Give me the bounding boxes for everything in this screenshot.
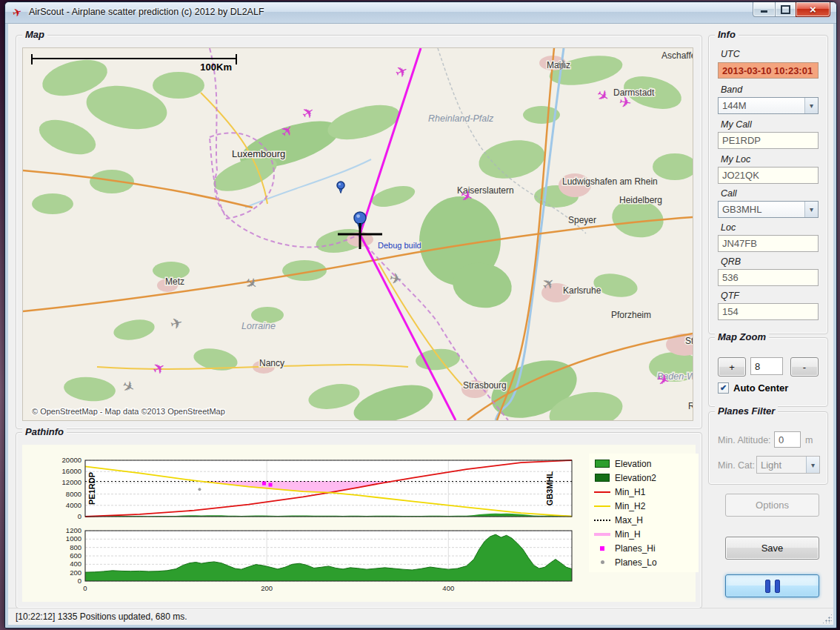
zoom-out-button[interactable]: -	[790, 357, 819, 377]
legend-label: Min_H1	[615, 487, 645, 497]
svg-text:8000: 8000	[66, 490, 81, 498]
legend-item: Planes_Lo	[593, 555, 699, 569]
svg-text:PE1RDP: PE1RDP	[87, 472, 96, 505]
airplane-icon[interactable]: ✈	[299, 102, 318, 123]
chart-legend: ElevationElevation2Min_H1Min_H2Max_HMin_…	[589, 454, 699, 572]
map-place-label: Nancy	[259, 358, 284, 368]
minimize-button[interactable]	[753, 2, 776, 17]
minimize-icon	[761, 10, 767, 13]
qrb-field[interactable]	[718, 269, 819, 286]
svg-text:200: 200	[70, 568, 81, 577]
utc-label: UTC	[721, 49, 740, 59]
legend-item: Elevation2	[593, 471, 699, 485]
zoom-in-button[interactable]: +	[718, 357, 746, 377]
svg-text:400: 400	[70, 560, 81, 568]
map-attribution: © OpenStreetMap - Map data ©2013 OpenStr…	[32, 407, 225, 416]
save-button[interactable]: Save	[725, 537, 819, 560]
map-place-label: Reutling...	[688, 401, 693, 411]
min-altitude-field[interactable]	[774, 431, 801, 448]
map-svg[interactable]: LuxembourgRheinland-PfalzMainzAschaffenb…	[23, 48, 693, 420]
airplane-icon[interactable]: ✈	[119, 377, 139, 397]
info-group-title: Info	[715, 29, 739, 40]
map-place-label: Strasbourg	[463, 380, 507, 391]
chevron-down-icon[interactable]: ▾	[806, 457, 819, 473]
svg-text:4000: 4000	[66, 501, 81, 509]
checkmark-icon: ✔	[718, 382, 729, 394]
airplane-icon[interactable]: ✈	[150, 358, 169, 378]
altitude-unit-label: m	[805, 435, 813, 445]
auto-center-label: Auto Center	[733, 382, 788, 394]
loc-label: Loc	[721, 222, 736, 233]
legend-item: Min_H2	[593, 499, 699, 513]
airplane-icon[interactable]: ✈	[593, 85, 613, 106]
legend-swatch-icon	[601, 560, 604, 564]
pathinfo-group: Pathinfo 0400080001200016000200000200400…	[16, 432, 702, 609]
legend-label: Min_H2	[615, 501, 645, 511]
legend-swatch-icon	[600, 546, 604, 551]
svg-text:400: 400	[442, 584, 454, 592]
zoom-level-field[interactable]	[750, 357, 783, 375]
chevron-down-icon[interactable]: ▾	[804, 98, 818, 113]
band-combobox[interactable]: 144M ▾	[718, 97, 819, 114]
my-loc-field[interactable]	[718, 167, 819, 184]
band-value: 144M	[719, 100, 804, 111]
map-zoom-group: Map Zoom + - ✔ Auto Center	[708, 337, 828, 407]
chevron-down-icon[interactable]: ▾	[804, 202, 818, 217]
call-value: GB3MHL	[719, 204, 804, 215]
svg-text:12000: 12000	[62, 478, 81, 486]
airplane-icon[interactable]: ✈	[168, 314, 184, 333]
map-place-label: Speyer	[568, 215, 596, 225]
planes-filter-group: Planes Filter Min. Altitude: m Min. Cat:…	[708, 411, 828, 485]
plane-position-marker[interactable]	[337, 182, 344, 193]
airplane-icon[interactable]: ✈	[618, 93, 633, 112]
min-cat-combobox[interactable]: Light ▾	[756, 456, 820, 474]
app-window: ✈ AirScout - Airplane scatter prediction…	[4, 1, 837, 629]
legend-item: Elevation	[593, 457, 699, 471]
map-group: Map	[16, 35, 702, 429]
map-place-label: Heidelberg	[619, 195, 662, 205]
map-place-label: Lorraine	[241, 321, 276, 331]
pause-icon	[765, 580, 780, 593]
my-call-label: My Call	[721, 119, 752, 130]
close-button[interactable]: ×	[796, 2, 830, 17]
map-canvas[interactable]: LuxembourgRheinland-PfalzMainzAschaffenb…	[22, 47, 693, 421]
qtf-field[interactable]	[718, 303, 819, 320]
legend-label: Elevation	[615, 459, 651, 469]
svg-text:16000: 16000	[62, 467, 81, 475]
map-place-label: Stuttgart	[685, 336, 693, 346]
map-scale-label: 100Km	[200, 62, 232, 73]
map-place-label: Pforzheim	[611, 310, 651, 320]
svg-text:1000: 1000	[66, 534, 81, 543]
airplane-icon[interactable]: ✈	[241, 273, 261, 294]
airplane-icon[interactable]: ✈	[393, 62, 410, 82]
options-button[interactable]: Options	[725, 494, 819, 517]
pause-button[interactable]	[725, 574, 819, 597]
info-group: Info UTC 2013-03-10 10:23:01 Band 144M ▾…	[708, 35, 828, 334]
my-call-field[interactable]	[718, 132, 819, 149]
call-combobox[interactable]: GB3MHL ▾	[718, 201, 819, 218]
qtf-label: QTF	[721, 291, 739, 301]
maximize-button[interactable]	[775, 2, 796, 17]
legend-swatch-icon	[594, 505, 610, 507]
svg-text:GB3MHL: GB3MHL	[545, 471, 554, 506]
resize-grip-icon[interactable]	[822, 614, 832, 623]
svg-text:0: 0	[78, 512, 81, 520]
svg-text:800: 800	[70, 543, 81, 551]
loc-field[interactable]	[718, 235, 819, 252]
window-title: AirScout - Airplane scatter prediction (…	[29, 7, 264, 17]
svg-text:0: 0	[78, 577, 81, 585]
auto-center-checkbox[interactable]: ✔ Auto Center	[718, 382, 788, 394]
pathinfo-panel: 0400080001200016000200000200400600800100…	[22, 445, 696, 602]
svg-text:600: 600	[70, 551, 81, 560]
planes-filter-group-title: Planes Filter	[715, 405, 778, 417]
legend-swatch-icon	[594, 533, 610, 536]
map-place-label: Luxembourg	[232, 148, 285, 159]
min-cat-label: Min. Cat:	[718, 460, 755, 471]
airplane-icon[interactable]: ✈	[388, 270, 403, 288]
debug-build-label: Debug build	[378, 241, 421, 250]
map-place-label: Karlsruhe	[563, 285, 601, 296]
legend-label: Planes_Lo	[615, 557, 657, 568]
map-place-label: Metz	[165, 276, 184, 287]
legend-label: Elevation2	[615, 473, 656, 483]
title-bar[interactable]: ✈ AirScout - Airplane scatter prediction…	[5, 2, 836, 24]
